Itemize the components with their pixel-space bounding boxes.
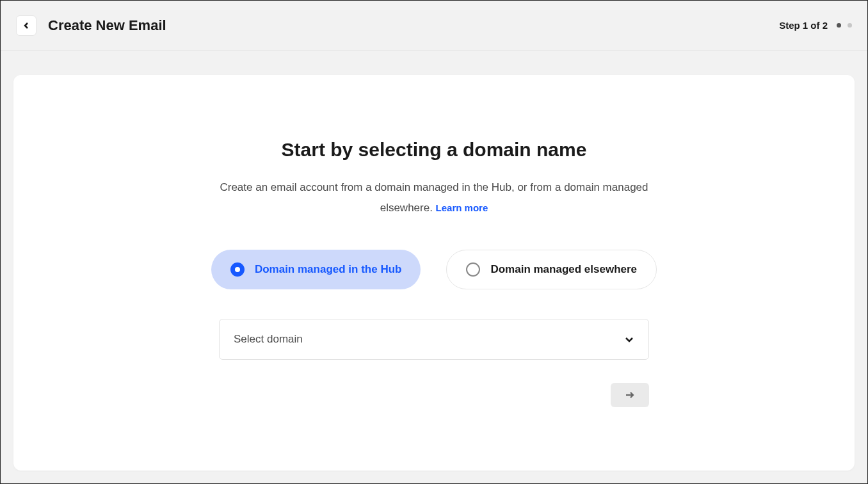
- next-button[interactable]: [611, 383, 649, 407]
- domain-source-options: Domain managed in the Hub Domain managed…: [197, 250, 671, 289]
- arrow-right-icon: [625, 390, 635, 400]
- chevron-down-icon: [624, 334, 634, 344]
- select-domain-dropdown[interactable]: Select domain: [219, 319, 649, 360]
- chevron-left-icon: [23, 22, 29, 29]
- select-domain-placeholder: Select domain: [234, 333, 303, 346]
- option-domain-elsewhere[interactable]: Domain managed elsewhere: [446, 250, 657, 289]
- step-dot-1: [837, 23, 841, 28]
- content-card: Start by selecting a domain name Create …: [13, 75, 855, 471]
- main-description: Create an email account from a domain ma…: [197, 177, 671, 219]
- back-button[interactable]: [16, 15, 36, 36]
- option-domain-hub[interactable]: Domain managed in the Hub: [211, 250, 421, 289]
- main-heading: Start by selecting a domain name: [197, 139, 671, 161]
- learn-more-link[interactable]: Learn more: [436, 202, 488, 213]
- page-header: Create New Email Step 1 of 2: [1, 1, 867, 51]
- step-dots: [837, 23, 852, 28]
- step-dot-2: [848, 23, 852, 28]
- description-text: Create an email account from a domain ma…: [220, 181, 648, 214]
- step-indicator-label: Step 1 of 2: [779, 20, 828, 31]
- radio-selected-icon: [230, 262, 245, 277]
- option-domain-elsewhere-label: Domain managed elsewhere: [490, 263, 637, 276]
- radio-unselected-icon: [466, 262, 480, 277]
- page-title: Create New Email: [48, 17, 166, 34]
- option-domain-hub-label: Domain managed in the Hub: [255, 263, 402, 276]
